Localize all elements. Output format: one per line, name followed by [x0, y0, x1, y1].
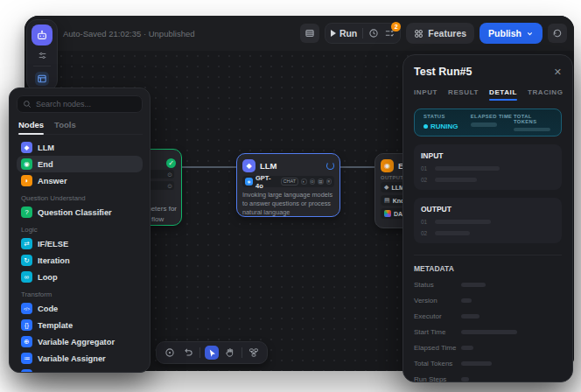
dalle-icon	[384, 210, 391, 217]
end-icon: ◉	[21, 158, 32, 170]
row-index: 01	[421, 219, 430, 225]
llm-icon: ◆	[21, 142, 32, 153]
palette-item-end[interactable]: ◉ End	[17, 156, 143, 172]
model-capability-icon: ≡	[326, 178, 332, 185]
run-label: Run	[340, 28, 357, 38]
template-icon: {}	[21, 319, 32, 331]
llm-ref-icon: ◆	[384, 184, 388, 191]
palette-item-template[interactable]: {} Template	[17, 317, 143, 333]
palette-item-label: Question Classifier	[38, 208, 112, 217]
knowledge-icon: ▤	[384, 197, 390, 204]
app-logo[interactable]	[32, 24, 52, 46]
history-clock-button[interactable]	[368, 28, 379, 38]
search-input[interactable]	[36, 100, 136, 108]
canvas-view-button[interactable]	[35, 72, 49, 86]
palette-item-variable-aggregator[interactable]: ⊕ Variable Aggregator	[17, 333, 143, 350]
node-palette-panel: Nodes Tools ◆ LLM ◉ End ◗ Answer Questio…	[9, 88, 150, 373]
metadata-key: Elapsed Time	[414, 344, 461, 352]
metadata-key: Executor	[414, 312, 461, 320]
preferences-sliders-button[interactable]	[38, 51, 47, 60]
running-dot-icon	[424, 124, 428, 129]
palette-item-label: Variable Aggregator	[38, 338, 115, 346]
search-box[interactable]	[17, 95, 143, 113]
tab-detail[interactable]: DETAIL	[489, 88, 517, 101]
divider	[362, 28, 363, 38]
features-grid-icon	[414, 29, 424, 38]
metadata-key: Status	[414, 281, 461, 289]
tab-tracing[interactable]: TRACING	[528, 88, 564, 101]
model-chat-tag: CHAT	[281, 178, 299, 186]
output-label: OUTPUT	[421, 205, 555, 214]
metadata-key: Total Tokens	[414, 360, 461, 368]
palette-item-label: Parameter Extractor	[38, 371, 116, 374]
features-button[interactable]: Features	[406, 23, 474, 44]
metadata-key: Run Steps	[414, 375, 461, 383]
gpt4o-icon: ∗	[245, 178, 253, 186]
metadata-label: METADATA	[414, 264, 562, 273]
skeleton-bar	[461, 377, 469, 382]
skeleton-bar	[461, 283, 486, 287]
loop-icon: ∞	[21, 271, 32, 283]
iteration-icon: ↻	[21, 255, 32, 266]
run-panel-tabs: INPUT RESULT DETAIL TRACING	[414, 88, 562, 101]
palette-item-label: Iteration	[38, 256, 70, 265]
divider	[33, 66, 51, 66]
tab-result[interactable]: RESULT	[448, 88, 479, 101]
palette-item-label: Template	[38, 321, 73, 330]
checklist-button[interactable]: 2	[384, 28, 395, 38]
search-icon	[23, 100, 32, 108]
env-settings-button[interactable]	[300, 24, 319, 43]
test-run-panel: Test Run#5 ✕ INPUT RESULT DETAIL TRACING…	[402, 54, 573, 382]
palette-item-answer[interactable]: ◗ Answer	[17, 172, 143, 189]
metadata-key: Version	[414, 297, 461, 304]
llm-node[interactable]: ◆ LLM ∗ GPT-4o CHAT ◐ ⊙ ▤ ≡ Invoking lar…	[236, 153, 340, 217]
close-icon[interactable]: ✕	[554, 67, 562, 77]
input-card: INPUT 01 02	[414, 144, 562, 190]
palette-item-label: Answer	[38, 177, 67, 186]
note-button[interactable]	[163, 346, 177, 360]
section-transform: Transform	[21, 290, 143, 298]
tab-input[interactable]: INPUT	[414, 88, 438, 101]
total-tokens-label: TOTAL TOKENS	[514, 114, 552, 124]
edge-llm-to-end	[340, 166, 374, 168]
undo-button[interactable]	[181, 346, 195, 360]
pointer-mode-button[interactable]	[205, 346, 219, 360]
metadata-section: METADATA Status Version Executor Start T…	[414, 255, 562, 383]
run-button[interactable]: Run	[331, 28, 357, 38]
palette-item-code[interactable]: </> Code	[17, 300, 143, 317]
left-sidebar	[26, 19, 58, 91]
tab-nodes[interactable]: Nodes	[18, 120, 44, 130]
version-history-button[interactable]	[548, 24, 567, 43]
palette-item-if-else[interactable]: ⇄ IF/ELSE	[17, 235, 143, 252]
checklist-badge: 2	[391, 22, 401, 32]
section-logic: Logic	[21, 226, 143, 234]
publish-button[interactable]: Publish	[480, 23, 542, 44]
palette-list: ◆ LLM ◉ End ◗ Answer Question Understand…	[17, 139, 143, 373]
palette-item-label: IF/ELSE	[38, 240, 68, 248]
divider	[200, 347, 200, 358]
model-name: GPT-4o	[256, 174, 276, 190]
history-restore-icon	[552, 28, 563, 38]
palette-item-parameter-extractor[interactable]: ⊙ Parameter Extractor	[17, 367, 143, 373]
skeleton-bar	[461, 330, 517, 334]
palette-item-variable-assigner[interactable]: ≔ Variable Assigner	[17, 350, 143, 367]
palette-item-llm[interactable]: ◆ LLM	[17, 139, 143, 156]
hand-mode-button[interactable]	[223, 346, 237, 360]
skeleton-bar	[435, 231, 470, 235]
status-label: STATUS	[424, 114, 471, 119]
palette-item-loop[interactable]: ∞ Loop	[17, 269, 143, 285]
workflow-app: Auto-Saved 21:02:35 · Unpublished Run	[0, 0, 581, 392]
tab-tools[interactable]: Tools	[54, 120, 76, 130]
variable-aggregator-icon: ⊕	[21, 336, 32, 347]
model-selector[interactable]: ∗ GPT-4o CHAT ◐ ⊙ ▤ ≡	[242, 176, 334, 187]
organize-nodes-button[interactable]	[247, 346, 261, 360]
running-spinner-icon	[326, 162, 334, 170]
llm-node-icon: ◆	[242, 159, 256, 172]
code-icon: </>	[21, 303, 32, 314]
top-bar: Auto-Saved 21:02:35 · Unpublished Run	[24, 16, 574, 51]
palette-item-iteration[interactable]: ↻ Iteration	[17, 252, 143, 269]
chevron-down-icon	[526, 30, 534, 38]
model-capability-icon: ⊙	[310, 178, 315, 185]
film-icon	[304, 28, 315, 38]
palette-item-question-classifier[interactable]: ? Question Classifier	[17, 204, 143, 220]
